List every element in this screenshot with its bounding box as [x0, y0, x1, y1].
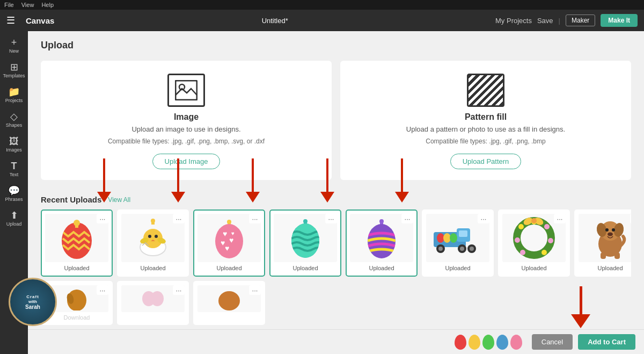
images-icon: 🖼	[9, 136, 19, 146]
sidebar-item-label-templates: Templates	[3, 73, 25, 78]
phrases-icon: 💬	[8, 186, 20, 196]
thumbnail-5-more[interactable]: ···	[401, 214, 413, 223]
thumbnail-8-image	[579, 214, 631, 262]
new-icon: +	[11, 38, 17, 47]
thumbnail-1[interactable]: ··· Uploaded	[41, 209, 113, 277]
sidebar-item-text[interactable]: T Text	[0, 157, 28, 182]
sidebar-item-upload[interactable]: ⬆ Upload	[0, 206, 28, 231]
thumbnail-row2-3-more[interactable]: ···	[249, 285, 261, 295]
image-placeholder-icon	[167, 74, 205, 107]
thumbnail-2-more[interactable]: ···	[173, 214, 185, 223]
egg-color-pink[interactable]	[510, 335, 522, 350]
sidebar-item-shapes[interactable]: ◇ Shapes	[0, 107, 28, 132]
svg-rect-64	[614, 252, 620, 259]
sidebar-item-phrases[interactable]: 💬 Phrases	[0, 182, 28, 206]
thumbnail-2[interactable]: ··· Uploaded	[117, 209, 189, 277]
svg-point-68	[151, 291, 164, 306]
sidebar-item-label-images: Images	[6, 147, 22, 153]
sidebar-item-templates[interactable]: ⊞ Templates	[0, 58, 28, 83]
thumbnail-6[interactable]: ··· Uploaded	[422, 209, 494, 277]
sidebar-item-label-projects: Projects	[5, 98, 23, 103]
svg-point-37	[438, 247, 443, 251]
menu-file[interactable]: File	[4, 2, 14, 8]
egg-color-yellow[interactable]	[469, 335, 480, 350]
pattern-card-desc: Upload a pattern or photo to use as a fi…	[406, 125, 565, 133]
sidebar-item-label-text: Text	[10, 172, 19, 177]
upload-image-button[interactable]: Upload Image	[152, 154, 221, 169]
thumbnail-5-label: Uploaded	[350, 265, 413, 272]
svg-text:♥: ♥	[229, 236, 233, 244]
thumbnail-row2-2-more[interactable]: ···	[173, 285, 185, 295]
main-content: Upload Image Upload an image to use in d…	[28, 31, 644, 354]
sidebar-item-label-phrases: Phrases	[5, 197, 23, 202]
svg-point-60	[605, 228, 609, 232]
image-card-title: Image	[174, 112, 199, 122]
thumbnail-4-more[interactable]: ···	[325, 214, 337, 223]
thumbnail-3-label: Uploaded	[197, 265, 261, 272]
svg-point-42	[437, 233, 444, 243]
upload-pattern-card: Pattern fill Upload a pattern or photo t…	[340, 61, 631, 180]
sidebar-item-images[interactable]: 🖼 Images	[0, 132, 28, 157]
svg-rect-63	[601, 252, 606, 259]
thumbnail-4-label: Uploaded	[274, 265, 337, 272]
text-icon: T	[11, 161, 17, 171]
thumbnail-7[interactable]: ··· Uploaded	[498, 209, 570, 277]
make-it-button[interactable]: Make It	[601, 14, 638, 27]
save-button[interactable]: Save	[537, 17, 553, 25]
svg-point-47	[544, 224, 550, 229]
thumbnail-3-more[interactable]: ···	[249, 214, 261, 223]
thumbnail-7-label: Uploaded	[502, 265, 566, 272]
maker-dropdown[interactable]: Maker	[566, 15, 595, 26]
thumbnail-3[interactable]: ♥ ♥ ♥ ♥ ♥ ··· Uploaded	[193, 209, 265, 277]
svg-rect-7	[151, 220, 155, 225]
egg-color-blue[interactable]	[496, 335, 508, 350]
svg-point-49	[541, 250, 547, 255]
thumbnail-8-more[interactable]: ···	[630, 214, 631, 223]
hamburger-menu[interactable]: ☰	[6, 15, 15, 26]
thumbnail-7-more[interactable]: ···	[554, 214, 566, 223]
view-all-link[interactable]: View All	[108, 196, 130, 204]
recent-uploads-title: Recent Uploads	[41, 195, 101, 204]
cancel-button[interactable]: Cancel	[532, 334, 573, 350]
thumbnail-4[interactable]: ··· Uploaded	[269, 209, 341, 277]
thumbnail-8-label: Uploaded	[579, 265, 631, 272]
thumbnail-1-label: Uploaded	[45, 265, 108, 272]
svg-point-39	[460, 247, 464, 251]
thumbnail-row2-3[interactable]: ···	[193, 281, 265, 325]
thumbnail-2-label: Uploaded	[121, 265, 185, 272]
thumbnail-row2-2[interactable]: ···	[117, 281, 189, 325]
egg-color-green[interactable]	[482, 335, 494, 350]
add-to-cart-button[interactable]: Add to Cart	[578, 334, 635, 350]
upload-pattern-button[interactable]: Upload Pattern	[450, 154, 522, 169]
watermark-with: with	[25, 299, 40, 304]
svg-rect-35	[459, 230, 467, 237]
upload-image-card: Image Upload an image to use in designs.…	[41, 61, 332, 180]
sidebar-item-new[interactable]: + New	[0, 33, 28, 58]
watermark-sarah: Sarah	[25, 304, 40, 310]
svg-rect-0	[175, 81, 197, 100]
thumbnail-6-more[interactable]: ···	[478, 214, 489, 223]
watermark: Craft with Sarah	[9, 278, 57, 326]
svg-point-10	[148, 235, 151, 238]
svg-point-50	[520, 250, 525, 255]
thumbnail-1-more[interactable]: ···	[97, 214, 108, 223]
menu-view[interactable]: View	[21, 2, 34, 8]
svg-text:♥: ♥	[225, 244, 229, 252]
egg-color-red[interactable]	[455, 335, 466, 350]
menu-help[interactable]: Help	[41, 2, 54, 8]
thumbnail-row2-1-more[interactable]: ···	[97, 285, 108, 295]
svg-point-31	[368, 224, 396, 258]
sidebar-item-projects[interactable]: 📁 Projects	[0, 83, 28, 107]
thumbnail-5[interactable]: ··· Uploaded	[346, 209, 418, 277]
thumbnail-6-label: Uploaded	[426, 265, 489, 272]
thumbnail-8[interactable]: ··· ✓ Uploaded	[574, 209, 631, 277]
svg-rect-5	[75, 222, 78, 228]
my-projects-link[interactable]: My Projects	[495, 17, 532, 25]
app-name: Canvas	[26, 16, 54, 25]
thumbnail-row2-1-label: Download	[45, 314, 108, 321]
svg-text:♥: ♥	[223, 229, 227, 238]
upload-cards: Image Upload an image to use in designs.…	[41, 61, 631, 180]
pattern-card-filetypes: Compatible file types: .jpg, .gif, .png,…	[426, 138, 545, 145]
svg-point-52	[518, 224, 524, 229]
projects-icon: 📁	[8, 87, 20, 97]
